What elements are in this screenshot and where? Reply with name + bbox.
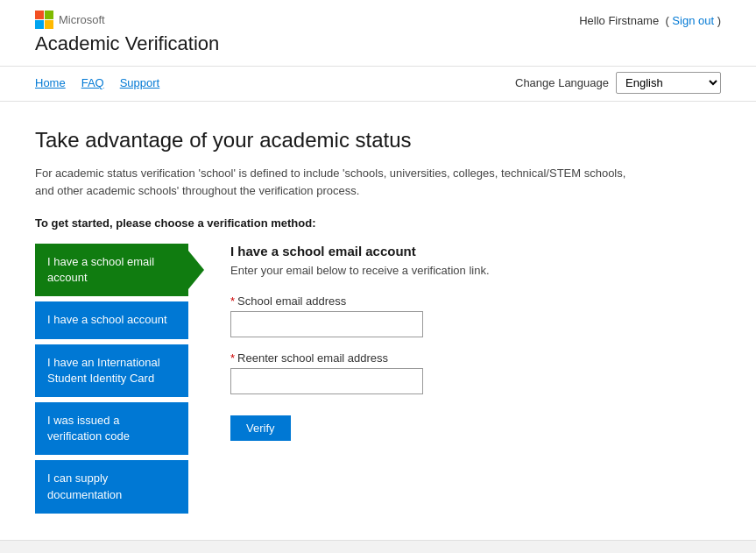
form-title: I have a school email account [230,244,721,259]
content-row: I have a school email account I have a s… [35,244,721,514]
school-email-label: *School email address [230,294,721,308]
reenter-email-input[interactable] [230,368,423,394]
method-btn-code[interactable]: I was issued a verification code [35,402,188,455]
nav-support-link[interactable]: Support [120,76,160,89]
method-btn-account[interactable]: I have a school account [35,301,188,338]
footer: Microsoft Privacy & Cookies Terms of use… [0,540,756,553]
method-btn-email[interactable]: I have a school email account [35,244,188,296]
nav-faq-link[interactable]: FAQ [81,76,104,89]
page-title: Academic Verification [35,32,219,55]
reenter-email-group: *Reenter school email address [230,351,721,394]
section-desc: For academic status verification 'school… [35,165,631,199]
method-btn-docs[interactable]: I can supply documentation [35,460,188,513]
nav-bar: Home FAQ Support Change Language English… [0,67,756,102]
ms-logo-text: Microsoft [59,13,105,26]
required-marker-1: * [230,294,235,308]
school-email-group: *School email address [230,294,721,337]
header-user-info: Hello Firstname ( Sign out ) [579,14,721,27]
header: Microsoft Academic Verification Hello Fi… [0,0,756,67]
nav-home-link[interactable]: Home [35,76,66,89]
ms-logo: Microsoft [35,11,219,29]
user-greeting: Hello Firstname [579,14,659,27]
ms-logo-icon [35,11,53,29]
verify-button[interactable]: Verify [230,415,291,441]
language-select[interactable]: English Spanish French German [616,72,721,94]
required-marker-2: * [230,351,235,365]
nav-links: Home FAQ Support [35,76,159,89]
form-subtitle: Enter your email below to receive a veri… [230,264,721,277]
method-btn-isic[interactable]: I have an International Student Identity… [35,344,188,397]
section-title: Take advantage of your academic status [35,128,721,152]
form-panel: I have a school email account Enter your… [188,244,721,441]
sign-out-link[interactable]: Sign out [672,14,714,27]
method-prompt: To get started, please choose a verifica… [35,216,721,230]
main-content: Take advantage of your academic status F… [0,102,756,540]
language-selector-group: Change Language English Spanish French G… [515,72,721,94]
school-email-input[interactable] [230,311,423,337]
header-left: Microsoft Academic Verification [35,11,219,55]
method-list: I have a school email account I have a s… [35,244,188,514]
reenter-email-label: *Reenter school email address [230,351,721,365]
change-language-label: Change Language [515,76,609,89]
